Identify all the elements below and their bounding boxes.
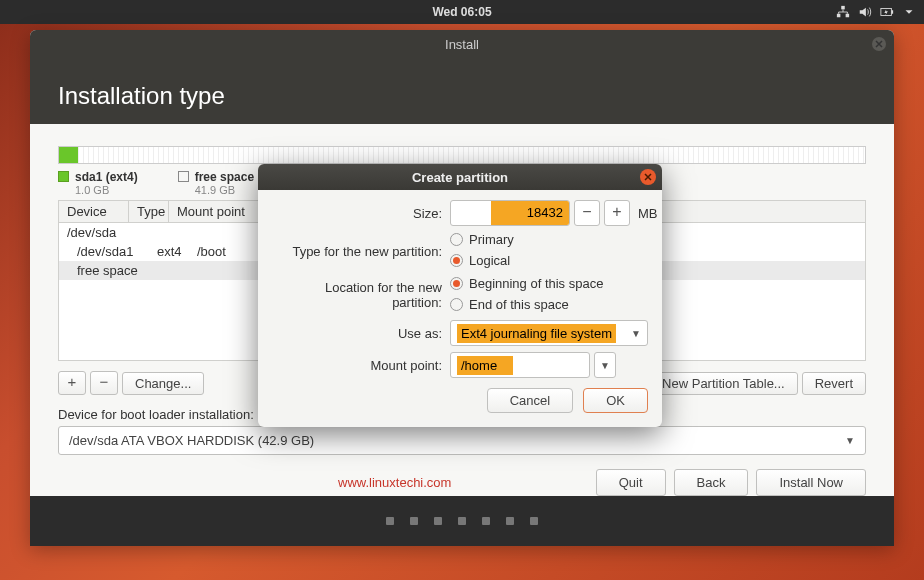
revert-button[interactable]: Revert — [802, 372, 866, 395]
size-decrement-button[interactable]: − — [574, 200, 600, 226]
legend-name: sda1 (ext4) — [75, 170, 138, 184]
svg-rect-2 — [846, 14, 850, 18]
col-type[interactable]: Type — [129, 201, 169, 222]
use-as-select[interactable]: Ext4 journaling file system ▼ — [450, 320, 648, 346]
quit-button[interactable]: Quit — [596, 469, 666, 496]
use-as-label: Use as: — [272, 326, 450, 341]
bootloader-select[interactable]: /dev/sda ATA VBOX HARDDISK (42.9 GB) ▼ — [58, 426, 866, 455]
mount-point-label: Mount point: — [272, 358, 450, 373]
change-button[interactable]: Change... — [122, 372, 204, 395]
svg-rect-1 — [837, 14, 841, 18]
cancel-button[interactable]: Cancel — [487, 388, 573, 413]
size-input[interactable]: 18432 — [450, 200, 570, 226]
system-tray — [836, 5, 916, 19]
network-icon[interactable] — [836, 5, 850, 19]
radio-logical[interactable]: Logical — [450, 253, 510, 268]
size-unit: MB — [638, 206, 658, 221]
back-button[interactable]: Back — [674, 469, 749, 496]
radio-primary[interactable]: Primary — [450, 232, 514, 247]
radio-end[interactable]: End of this space — [450, 297, 569, 312]
legend-size: 1.0 GB — [75, 184, 138, 196]
col-device[interactable]: Device — [59, 201, 129, 222]
ok-button[interactable]: OK — [583, 388, 648, 413]
legend-name: free space — [195, 170, 254, 184]
page-title: Installation type — [30, 58, 894, 124]
window-titlebar: Install — [30, 30, 894, 58]
svg-rect-4 — [891, 10, 893, 14]
mount-point-dropdown-button[interactable]: ▼ — [594, 352, 616, 378]
partition-bar — [58, 146, 866, 164]
chevron-down-icon: ▼ — [845, 435, 855, 446]
mount-point-input[interactable]: /home — [450, 352, 590, 378]
close-icon[interactable] — [640, 169, 656, 185]
create-partition-dialog: Create partition Size: 18432 − + MB Type… — [258, 164, 662, 427]
install-now-button[interactable]: Install Now — [756, 469, 866, 496]
close-icon[interactable] — [872, 37, 886, 51]
size-increment-button[interactable]: + — [604, 200, 630, 226]
pager — [30, 496, 894, 546]
size-label: Size: — [272, 206, 450, 221]
legend-size: 41.9 GB — [195, 184, 254, 196]
partition-type-label: Type for the new partition: — [272, 244, 450, 259]
add-partition-button[interactable]: + — [58, 371, 86, 395]
new-partition-table-button[interactable]: New Partition Table... — [649, 372, 798, 395]
system-topbar: Wed 06:05 — [0, 0, 924, 24]
svg-rect-0 — [841, 6, 845, 10]
window-title: Install — [445, 37, 479, 52]
chevron-down-icon: ▼ — [631, 328, 641, 339]
legend-swatch — [178, 171, 189, 182]
location-label: Location for the new partition: — [272, 280, 450, 310]
clock: Wed 06:05 — [432, 5, 491, 19]
volume-icon[interactable] — [858, 5, 872, 19]
legend-swatch — [58, 171, 69, 182]
remove-partition-button[interactable]: − — [90, 371, 118, 395]
watermark-link: www.linuxtechi.com — [338, 475, 451, 490]
radio-beginning[interactable]: Beginning of this space — [450, 276, 603, 291]
battery-icon[interactable] — [880, 5, 894, 19]
dialog-titlebar: Create partition — [258, 164, 662, 190]
dropdown-icon[interactable] — [902, 5, 916, 19]
